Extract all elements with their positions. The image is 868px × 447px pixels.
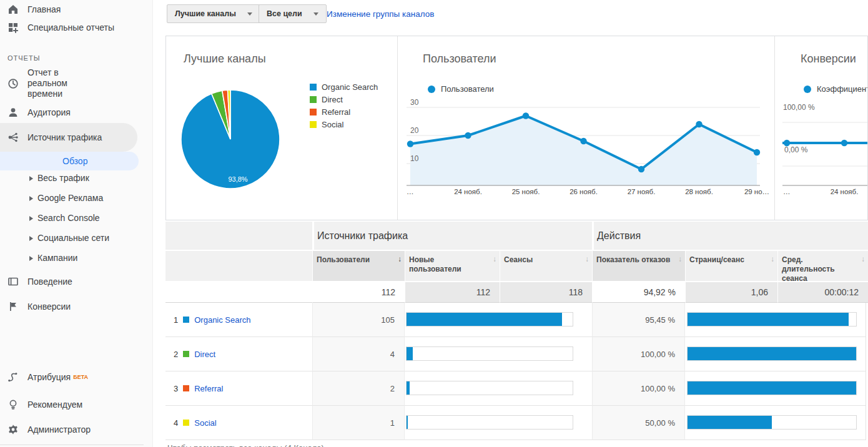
channel-swatch-icon: [183, 385, 189, 391]
conversions-legend-label: Коэффициент: [817, 84, 867, 94]
acquisition-icon: [7, 131, 19, 144]
svg-text:24 нояб.: 24 нояб.: [831, 188, 859, 195]
sidebar-item-acquisition[interactable]: Источник трафика: [0, 123, 137, 152]
column-header-bounce-rate[interactable]: Показатель отказов ↓: [592, 250, 685, 281]
channel-link[interactable]: Social: [194, 418, 216, 428]
svg-text:10: 10: [410, 154, 419, 163]
svg-text:27 нояб.: 27 нояб.: [628, 188, 656, 195]
sort-icon: ↓: [678, 255, 682, 264]
channel-grouping-dropdown[interactable]: Лучшие каналы: [167, 4, 260, 23]
column-header-avg-duration[interactable]: Сред. длительность сеанса ↓: [777, 250, 868, 281]
sidebar-item-social[interactable]: Социальные сети: [0, 233, 145, 243]
column-header-spacer: [165, 250, 312, 281]
conversions-panel: Конверсии Коэффициент 100,00 %0,00 %…24 …: [775, 36, 867, 220]
row-bounce-value: 50,00 %: [592, 406, 685, 440]
sort-desc-icon: ↓: [398, 255, 402, 264]
svg-text:…: …: [407, 188, 414, 195]
chevron-down-icon: [247, 12, 252, 16]
column-header-pages-per-session[interactable]: Страниц/сеанс ↓: [685, 250, 777, 281]
legend-swatch-icon: [310, 121, 317, 128]
pie-legend-item: Social: [310, 118, 378, 130]
svg-text:93,8%: 93,8%: [228, 175, 247, 183]
custom-reports-icon: [7, 21, 19, 34]
svg-text:0,00 %: 0,00 %: [784, 145, 808, 154]
legend-dot-icon: [428, 86, 435, 93]
conversions-panel-title: Конверсии: [801, 52, 856, 66]
channel-swatch-icon: [183, 351, 189, 357]
row-rank: 3: [174, 384, 178, 393]
pie-legend: Organic SearchDirectReferralSocial: [310, 81, 378, 130]
table-row-channel-cell: 4 Social: [165, 406, 312, 440]
sidebar-item-attribution[interactable]: АтрибуцияБЕТА: [0, 371, 145, 383]
sidebar-item-audience[interactable]: Аудитория: [0, 106, 145, 119]
totals-sessions: 118: [500, 281, 592, 303]
sidebar-item-label: Кампании: [37, 253, 77, 263]
sidebar-item-acquisition-overview[interactable]: Обзор: [0, 152, 139, 170]
row-users-bar: [405, 371, 592, 406]
sidebar-item-admin[interactable]: Администратор: [0, 423, 145, 436]
sidebar-item-label: Социальные сети: [37, 233, 109, 243]
channel-swatch-icon: [183, 317, 189, 323]
row-bounce-bar: [685, 371, 866, 406]
sidebar-item-insights[interactable]: Рекомендуем: [0, 398, 145, 411]
svg-text:24 нояб.: 24 нояб.: [454, 188, 482, 195]
channel-link[interactable]: Organic Search: [194, 315, 250, 325]
conversions-line-chart: 100,00 %0,00 %…24 нояб.: [775, 99, 867, 202]
row-users-value: 4: [312, 337, 405, 371]
svg-text:30: 30: [410, 99, 419, 107]
totals-users: 112: [312, 281, 405, 303]
sidebar-item-label: Специальные отчеты: [27, 22, 121, 33]
users-panel-title: Пользователи: [423, 52, 496, 66]
table-footer-text: Чтобы посмотреть все каналы (4 Канала): [167, 443, 324, 447]
audience-icon: [7, 106, 19, 119]
column-header-new-users[interactable]: Новые пользователи ↓: [405, 250, 500, 281]
row-rank: 1: [174, 315, 178, 325]
home-icon: [7, 3, 19, 16]
users-panel: Пользователи Пользователи 102030…24 нояб…: [398, 36, 775, 220]
sidebar-item-label: Рекомендуем: [27, 400, 82, 410]
sidebar-item-google-ads[interactable]: Google Реклама: [0, 193, 145, 204]
edit-channel-grouping-link[interactable]: Изменение группы каналов: [327, 9, 434, 19]
sidebar-item-custom-reports[interactable]: Специальные отчеты: [0, 21, 145, 34]
sidebar-item-search-console[interactable]: Search Console: [0, 213, 145, 224]
sidebar-item-behavior[interactable]: Поведение: [0, 275, 145, 288]
top-channels-panel: Лучшие каналы 93,8% Organic SearchDirect…: [166, 36, 398, 220]
svg-text:26 нояб.: 26 нояб.: [570, 188, 598, 195]
svg-text:29 но…: 29 но…: [744, 188, 769, 195]
totals-pages-per-session: 1,06: [685, 281, 777, 303]
table-row-channel-cell: 2 Direct: [165, 337, 312, 371]
sidebar-item-realtime[interactable]: Отчет в реальном времени: [0, 67, 145, 99]
legend-dot-icon: [804, 86, 811, 93]
sidebar-item-label: Search Console: [37, 213, 100, 224]
row-bounce-bar: [685, 406, 866, 440]
channel-link[interactable]: Referral: [194, 384, 223, 393]
channel-swatch-icon: [183, 420, 189, 426]
pie-legend-label: Social: [322, 120, 343, 129]
channel-link[interactable]: Direct: [194, 350, 215, 359]
row-rank: 2: [174, 350, 178, 359]
totals-avg-duration: 00:00:12: [777, 281, 868, 303]
sidebar-item-home[interactable]: Главная: [0, 3, 145, 16]
goals-dropdown[interactable]: Все цели: [259, 4, 327, 23]
column-header-sessions[interactable]: Сеансы ↓: [500, 250, 592, 281]
row-filler: [866, 371, 868, 406]
column-header-users[interactable]: Пользователи ↓: [312, 250, 405, 281]
expand-arrow-icon: [29, 196, 33, 201]
row-bounce-bar: [685, 337, 866, 371]
expand-arrow-icon: [29, 256, 33, 261]
svg-text:25 нояб.: 25 нояб.: [512, 188, 540, 195]
group-header-spacer: [165, 222, 312, 250]
beta-badge: БЕТА: [73, 372, 88, 383]
sidebar-item-campaigns[interactable]: Кампании: [0, 253, 145, 263]
row-users-bar: [405, 337, 592, 371]
report-toolbar: Лучшие каналы Все цели Изменение группы …: [154, 0, 868, 29]
svg-text:…: …: [783, 188, 791, 195]
row-filler: [866, 303, 868, 337]
sidebar-item-all-traffic[interactable]: Весь трафик: [0, 173, 145, 184]
row-bounce-bar: [685, 303, 866, 337]
sidebar-item-conversions[interactable]: Конверсии: [0, 300, 145, 313]
sort-icon: ↓: [771, 255, 774, 264]
expand-arrow-icon: [29, 216, 33, 221]
conversions-legend: Коэффициент: [804, 84, 867, 94]
sort-icon: ↓: [861, 255, 865, 264]
